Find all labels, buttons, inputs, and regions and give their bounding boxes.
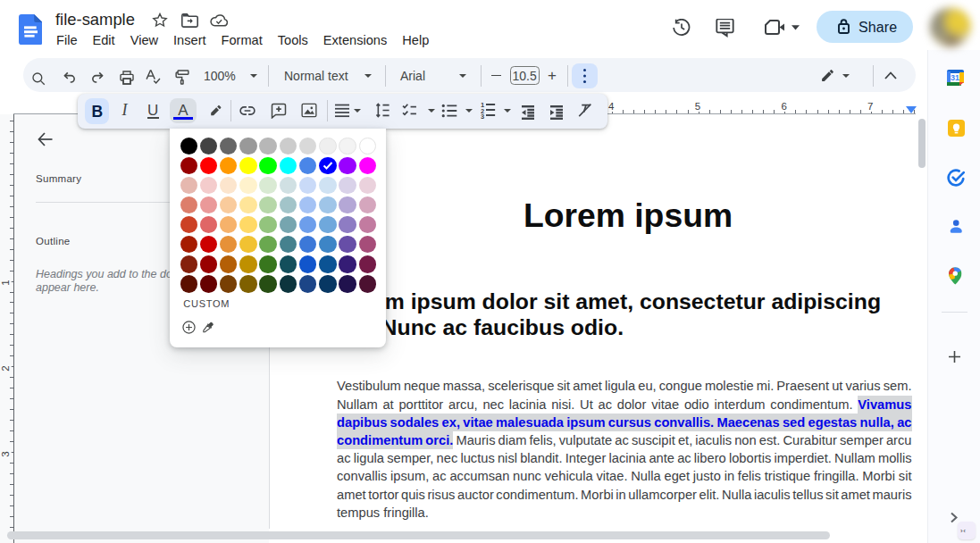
svg-text:3: 3 — [481, 113, 484, 119]
svg-text:31: 31 — [950, 73, 959, 82]
